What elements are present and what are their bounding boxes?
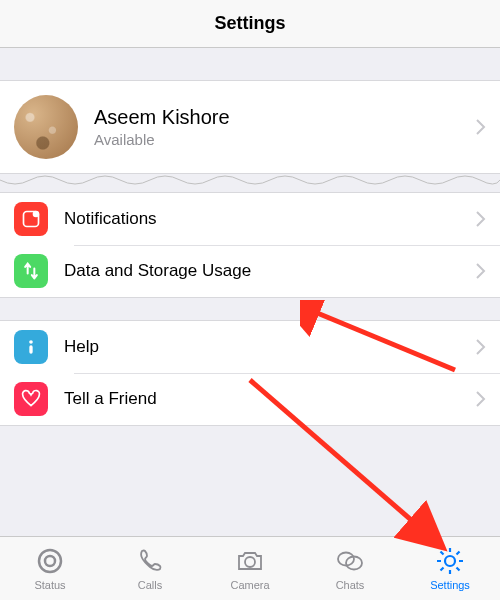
profile-status: Available [94,131,476,148]
profile-name: Aseem Kishore [94,106,476,129]
tab-bar: Status Calls Camera Chats Settings [0,536,500,600]
row-label: Data and Storage Usage [64,261,476,281]
chevron-right-icon [476,263,486,279]
svg-point-4 [39,550,61,572]
chevron-right-icon [476,119,486,135]
svg-point-1 [33,211,40,218]
svg-rect-3 [29,345,32,353]
notifications-icon [14,202,48,236]
tab-label: Calls [138,579,162,591]
chevron-right-icon [476,339,486,355]
settings-content: Aseem Kishore Available Notifications [0,48,500,536]
tab-label: Settings [430,579,470,591]
tell-friend-icon [14,382,48,416]
settings-group-2: Help Tell a Friend [0,320,500,426]
svg-point-6 [245,557,255,567]
tab-label: Status [34,579,65,591]
page-title: Settings [214,13,285,34]
camera-icon [235,546,265,576]
tab-settings[interactable]: Settings [400,546,500,591]
settings-group-1: Notifications Data and Storage Usage [0,192,500,298]
help-icon [14,330,48,364]
profile-text: Aseem Kishore Available [94,106,476,148]
tab-label: Camera [230,579,269,591]
avatar [14,95,78,159]
settings-icon [435,546,465,576]
chats-icon [335,546,365,576]
status-icon [35,546,65,576]
data-usage-icon [14,254,48,288]
tab-status[interactable]: Status [0,546,100,591]
svg-point-9 [445,556,455,566]
header-bar: Settings [0,0,500,48]
row-tell-friend[interactable]: Tell a Friend [0,373,500,425]
tab-camera[interactable]: Camera [200,546,300,591]
row-label: Tell a Friend [64,389,476,409]
profile-section: Aseem Kishore Available [0,80,500,174]
tab-chats[interactable]: Chats [300,546,400,591]
tab-calls[interactable]: Calls [100,546,200,591]
svg-point-2 [29,340,33,344]
row-data-storage[interactable]: Data and Storage Usage [0,245,500,297]
svg-point-5 [45,556,55,566]
calls-icon [135,546,165,576]
profile-row[interactable]: Aseem Kishore Available [0,81,500,173]
chevron-right-icon [476,211,486,227]
row-notifications[interactable]: Notifications [0,193,500,245]
row-help[interactable]: Help [0,321,500,373]
row-label: Notifications [64,209,476,229]
chevron-right-icon [476,391,486,407]
tab-label: Chats [336,579,365,591]
torn-divider [0,174,500,192]
row-label: Help [64,337,476,357]
